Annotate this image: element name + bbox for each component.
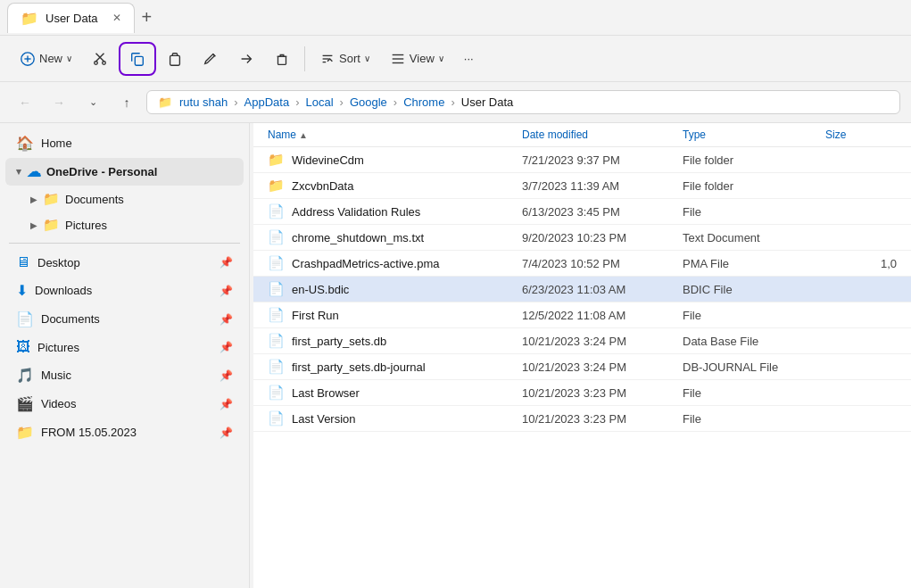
col-header-name[interactable]: Name ▲: [268, 128, 522, 141]
file-name-text: WidevineCdm: [292, 153, 364, 167]
documents-expand-icon: ▶: [30, 195, 37, 204]
table-row[interactable]: 📄 en-US.bdic 6/23/2023 11:03 AM BDIC Fil…: [253, 277, 911, 302]
sidebar-item-documents2[interactable]: 📄 Documents 📌: [5, 305, 244, 333]
svg-rect-7: [135, 56, 143, 65]
copy-icon: [129, 51, 145, 67]
rename-button[interactable]: [194, 42, 228, 76]
sort-chevron: ∨: [364, 54, 370, 63]
file-type-cell: File: [683, 412, 825, 426]
title-bar: 📁 User Data ✕ +: [0, 0, 911, 36]
pictures2-pin-icon: 📌: [219, 341, 233, 353]
table-row[interactable]: 📄 Last Browser 10/21/2023 3:23 PM File: [253, 380, 911, 406]
view-chevron: ∨: [438, 54, 444, 63]
delete-button[interactable]: [265, 42, 299, 76]
sidebar-item-from[interactable]: 📁 FROM 15.05.2023 📌: [5, 418, 244, 446]
sidebar-item-desktop[interactable]: 🖥 Desktop 📌: [5, 249, 244, 276]
breadcrumb-appdata[interactable]: AppData: [244, 95, 290, 109]
file-date-cell: 6/13/2023 3:45 PM: [522, 205, 683, 219]
file-type-cell: File: [683, 386, 825, 400]
more-button[interactable]: ···: [455, 42, 483, 76]
cut-icon: [92, 51, 108, 67]
breadcrumb-google[interactable]: Google: [350, 95, 387, 109]
file-name-cell: 📁 ZxcvbnData: [268, 178, 522, 194]
downloads-icon: ⬇: [16, 282, 28, 299]
sidebar-item-desktop-label: Desktop: [37, 256, 212, 269]
table-row[interactable]: 📄 first_party_sets.db-journal 10/21/2023…: [253, 354, 911, 380]
col-header-type[interactable]: Type: [683, 128, 825, 141]
file-date-cell: 9/20/2023 10:23 PM: [522, 231, 683, 244]
active-tab[interactable]: 📁 User Data ✕: [7, 3, 135, 33]
file-name-cell: 📄 first_party_sets.db: [268, 333, 522, 349]
forward-button[interactable]: →: [45, 88, 73, 117]
table-row[interactable]: 📁 ZxcvbnData 3/7/2023 11:39 AM File fold…: [253, 173, 911, 199]
sidebar-item-pictures2[interactable]: 🖼 Pictures 📌: [5, 334, 244, 360]
file-icon: 📄: [268, 359, 285, 375]
file-name-text: Last Browser: [292, 386, 360, 400]
view-icon: [390, 51, 406, 67]
breadcrumb-current: User Data: [461, 95, 514, 109]
file-type-cell: Text Document: [683, 231, 825, 244]
svg-rect-10: [278, 56, 286, 64]
share-icon: [238, 51, 254, 67]
breadcrumb-chrome[interactable]: Chrome: [403, 95, 444, 109]
file-date-cell: 10/21/2023 3:23 PM: [522, 386, 683, 400]
svg-point-5: [95, 61, 98, 64]
sidebar-item-downloads[interactable]: ⬇ Downloads 📌: [5, 277, 244, 304]
file-rows-container: 📁 WidevineCdm 7/21/2023 9:37 PM File fol…: [253, 147, 911, 432]
file-icon: 📄: [268, 229, 285, 245]
file-type-cell: Data Base File: [683, 335, 825, 348]
file-name-text: First Run: [292, 309, 339, 322]
file-name-text: CrashpadMetrics-active.pma: [292, 257, 439, 270]
new-tab-button[interactable]: +: [142, 7, 153, 28]
file-type-cell: PMA File: [683, 257, 825, 270]
file-type-cell: File: [683, 205, 825, 219]
sidebar-item-documents[interactable]: ▶ 📁 Documents: [5, 186, 244, 211]
address-bar[interactable]: 📁 rutu shah › AppData › Local › Google ›…: [146, 90, 900, 114]
back-button[interactable]: ←: [11, 88, 39, 117]
copy-button[interactable]: [119, 42, 156, 76]
file-name-cell: 📄 Address Validation Rules: [268, 203, 522, 219]
sort-icon: [319, 51, 335, 67]
cut-button[interactable]: [83, 42, 117, 76]
sidebar: 🏠 Home ▾ ☁ OneDrive - Personal ▶ 📁 Docum…: [0, 123, 250, 588]
sort-button[interactable]: Sort ∨: [311, 42, 379, 76]
sidebar-item-music[interactable]: 🎵 Music 📌: [5, 361, 244, 389]
paste-button[interactable]: [158, 42, 192, 76]
view-button[interactable]: View ∨: [381, 42, 453, 76]
breadcrumb-rutu-shah[interactable]: rutu shah: [179, 95, 228, 109]
file-date-cell: 6/23/2023 11:03 AM: [522, 283, 683, 296]
table-row[interactable]: 📄 Address Validation Rules 6/13/2023 3:4…: [253, 199, 911, 225]
col-header-size[interactable]: Size: [825, 128, 897, 141]
up-button[interactable]: ↑: [112, 88, 141, 117]
file-icon: 📄: [268, 385, 285, 401]
sidebar-item-pictures[interactable]: ▶ 📁 Pictures: [5, 212, 244, 237]
sidebar-item-pictures2-label: Pictures: [37, 341, 212, 354]
table-row[interactable]: 📄 first_party_sets.db 10/21/2023 3:24 PM…: [253, 328, 911, 354]
recent-locations-button[interactable]: ⌄: [79, 88, 107, 117]
sidebar-item-home[interactable]: 🏠 Home: [5, 129, 244, 157]
music-pin-icon: 📌: [219, 369, 233, 382]
tab-close-button[interactable]: ✕: [112, 12, 121, 24]
table-row[interactable]: 📄 CrashpadMetrics-active.pma 7/4/2023 10…: [253, 251, 911, 277]
sidebar-item-videos[interactable]: 🎬 Videos 📌: [5, 390, 244, 418]
table-row[interactable]: 📄 chrome_shutdown_ms.txt 9/20/2023 10:23…: [253, 225, 911, 251]
table-row[interactable]: 📄 First Run 12/5/2022 11:08 AM File: [253, 302, 911, 328]
main-layout: 🏠 Home ▾ ☁ OneDrive - Personal ▶ 📁 Docum…: [0, 123, 911, 588]
file-size-cell: 1,0: [825, 257, 897, 270]
table-row[interactable]: 📁 WidevineCdm 7/21/2023 9:37 PM File fol…: [253, 147, 911, 173]
file-name-cell: 📁 WidevineCdm: [268, 152, 522, 168]
documents2-icon: 📄: [16, 311, 34, 327]
name-sort-arrow: ▲: [299, 130, 308, 140]
sidebar-item-home-label: Home: [41, 137, 233, 150]
sidebar-item-onedrive[interactable]: ▾ ☁ OneDrive - Personal: [5, 158, 244, 186]
svg-point-6: [103, 61, 106, 64]
breadcrumb-local[interactable]: Local: [305, 95, 333, 109]
share-button[interactable]: [229, 42, 263, 76]
table-row[interactable]: 📄 Last Version 10/21/2023 3:23 PM File: [253, 406, 911, 432]
breadcrumb-sep-3: ›: [340, 95, 344, 109]
new-button[interactable]: New ∨: [11, 42, 81, 76]
col-header-date[interactable]: Date modified: [522, 128, 683, 141]
from-pin-icon: 📌: [219, 427, 233, 439]
onedrive-expand-icon: ▾: [16, 166, 21, 178]
file-date-cell: 7/4/2023 10:52 PM: [522, 257, 683, 270]
